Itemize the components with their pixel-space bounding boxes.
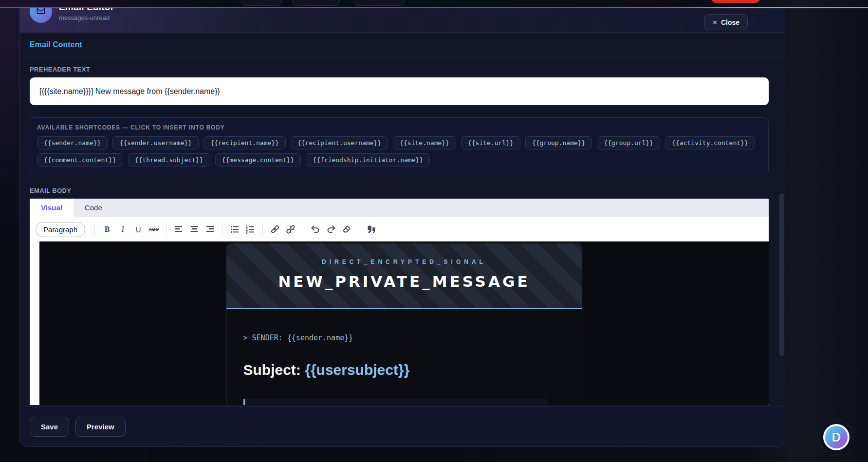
toolbar-divider bbox=[303, 223, 303, 236]
editor-toolbar: Paragraph B I U ABC bbox=[30, 217, 769, 241]
editor-tabbar: Visual Code bbox=[30, 199, 769, 217]
preheader-label: PREHEADER TEXT bbox=[30, 66, 769, 73]
insert-link-button[interactable] bbox=[267, 222, 283, 237]
unlink-icon bbox=[285, 224, 296, 235]
align-center-icon bbox=[189, 224, 199, 234]
toolbar-divider bbox=[359, 223, 359, 236]
numbered-list-button[interactable]: 123 bbox=[242, 222, 258, 237]
email-avatar bbox=[30, 8, 52, 23]
close-label: Close bbox=[721, 18, 739, 26]
redo-button[interactable] bbox=[323, 222, 339, 237]
save-button[interactable]: Save bbox=[30, 417, 69, 437]
shortcode-chip[interactable]: {{message.content}} bbox=[215, 153, 301, 166]
blockquote-icon bbox=[366, 224, 377, 235]
remove-link-button[interactable] bbox=[283, 222, 298, 237]
email-eyebrow: DIRECT_ENCRYPTED_SIGNAL bbox=[231, 259, 577, 265]
align-left-button[interactable] bbox=[171, 222, 186, 237]
email-editor-modal: Email Editor messages-unread × Close Ema… bbox=[19, 8, 785, 447]
align-right-button[interactable] bbox=[202, 222, 218, 237]
undo-button[interactable] bbox=[308, 222, 323, 237]
shortcode-chip[interactable]: {{site.url}} bbox=[461, 136, 520, 149]
bullet-list-button[interactable] bbox=[227, 222, 242, 237]
brand-logo-icon: D bbox=[823, 424, 850, 450]
modal-footer: Save Preview bbox=[20, 406, 785, 446]
shortcode-chip[interactable]: {{recipient.name}} bbox=[203, 136, 286, 149]
top-tab-stub[interactable] bbox=[292, 0, 340, 6]
sender-line: > SENDER: {{sender.name}} bbox=[243, 309, 565, 342]
email-body-label: EMAIL BODY bbox=[30, 187, 769, 194]
strikethrough-button[interactable]: ABC bbox=[146, 222, 162, 237]
subject-variable: {{usersubject}} bbox=[305, 362, 409, 378]
align-center-button[interactable] bbox=[186, 222, 202, 237]
editor-canvas[interactable]: DIRECT_ENCRYPTED_SIGNAL NEW_PRIVATE_MESS… bbox=[30, 241, 769, 405]
clear-formatting-button[interactable] bbox=[339, 222, 354, 237]
shortcode-chip[interactable]: {{group.url}} bbox=[597, 136, 660, 149]
shortcode-chip[interactable]: {{activity.content}} bbox=[665, 136, 755, 149]
envelope-icon bbox=[36, 8, 46, 18]
email-card-header: DIRECT_ENCRYPTED_SIGNAL NEW_PRIVATE_MESS… bbox=[226, 243, 582, 309]
tab-visual[interactable]: Visual bbox=[30, 199, 74, 217]
italic-button[interactable]: I bbox=[115, 222, 130, 237]
toolbar-divider bbox=[166, 223, 166, 236]
close-button[interactable]: × Close bbox=[704, 14, 748, 30]
bullet-list-icon bbox=[230, 224, 240, 234]
link-icon bbox=[270, 224, 280, 235]
modal-title: Email Editor bbox=[59, 8, 114, 13]
modal-subtitle: messages-unread bbox=[59, 14, 114, 21]
email-preview-background: DIRECT_ENCRYPTED_SIGNAL NEW_PRIVATE_MESS… bbox=[39, 241, 769, 405]
align-right-icon bbox=[205, 224, 215, 234]
shortcodes-label: AVAILABLE SHORTCODES — CLICK TO INSERT I… bbox=[37, 124, 761, 131]
email-card-body: > SENDER: {{sender.name}} Subject: {{use… bbox=[226, 309, 582, 405]
undo-icon bbox=[310, 224, 321, 235]
paragraph-format-dropdown[interactable]: Paragraph bbox=[36, 222, 85, 237]
top-tab-stub[interactable] bbox=[353, 0, 405, 6]
redo-icon bbox=[326, 224, 336, 235]
top-danger-button-stub[interactable] bbox=[711, 0, 760, 3]
floating-brand-badge[interactable]: D bbox=[819, 420, 853, 454]
subject-line: Subject: {{usersubject}} bbox=[243, 362, 565, 378]
preview-button[interactable]: Preview bbox=[75, 417, 126, 437]
shortcode-chip[interactable]: {{sender.username}} bbox=[112, 136, 199, 149]
blockquote-button[interactable] bbox=[364, 222, 379, 237]
toolbar-divider bbox=[94, 223, 95, 236]
toolbar-divider bbox=[222, 223, 222, 236]
modal-header: Email Editor messages-unread × Close bbox=[20, 8, 785, 33]
toolbar-divider bbox=[262, 223, 263, 236]
brand-letter: D bbox=[832, 430, 841, 445]
modal-content: PREHEADER TEXT AVAILABLE SHORTCODES — CL… bbox=[20, 66, 785, 405]
preheader-input[interactable] bbox=[30, 77, 769, 105]
modal-scrollbar-thumb[interactable] bbox=[779, 193, 784, 356]
eraser-icon bbox=[341, 224, 352, 235]
underline-button[interactable]: U bbox=[130, 222, 146, 237]
align-left-icon bbox=[174, 224, 184, 234]
shortcodes-list: {{sender.name}} {{sender.username}} {{re… bbox=[37, 136, 761, 166]
shortcode-chip[interactable]: {{thread.subject}} bbox=[128, 153, 210, 166]
bold-button[interactable]: B bbox=[99, 222, 115, 237]
quote-block bbox=[243, 399, 549, 405]
email-preview-card: DIRECT_ENCRYPTED_SIGNAL NEW_PRIVATE_MESS… bbox=[226, 243, 582, 405]
close-icon: × bbox=[713, 18, 717, 26]
email-body-editor: Visual Code Paragraph B I U ABC bbox=[30, 199, 769, 405]
shortcode-chip[interactable]: {{recipient.username}} bbox=[291, 136, 388, 149]
shortcodes-panel: AVAILABLE SHORTCODES — CLICK TO INSERT I… bbox=[30, 117, 769, 174]
tab-code[interactable]: Code bbox=[74, 199, 113, 217]
email-title: NEW_PRIVATE_MESSAGE bbox=[231, 273, 577, 290]
shortcode-chip[interactable]: {{sender.name}} bbox=[37, 136, 108, 149]
top-tab-stub[interactable] bbox=[241, 0, 282, 6]
svg-text:3: 3 bbox=[246, 231, 248, 234]
numbered-list-icon: 123 bbox=[245, 224, 255, 234]
shortcode-chip[interactable]: {{group.name}} bbox=[525, 136, 592, 149]
subject-label: Subject: bbox=[243, 362, 301, 378]
shortcode-chip[interactable]: {{comment.content}} bbox=[37, 153, 123, 166]
email-content-heading: Email Content bbox=[20, 33, 785, 57]
shortcode-chip[interactable]: {{friendship.initiator.name}} bbox=[306, 153, 430, 166]
shortcode-chip[interactable]: {{site.name}} bbox=[393, 136, 456, 149]
